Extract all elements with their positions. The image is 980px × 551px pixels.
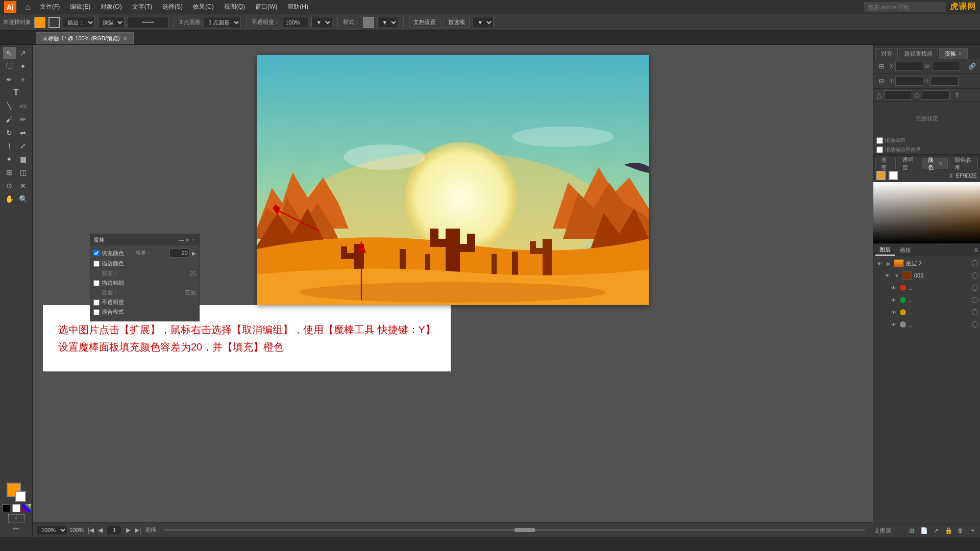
- layer-red-target[interactable]: [972, 285, 978, 291]
- layers-menu-button[interactable]: ≡: [974, 246, 978, 254]
- zoom-select[interactable]: 100%: [37, 525, 67, 535]
- scale-strokes-checkbox[interactable]: [876, 146, 883, 153]
- black-swatch[interactable]: [2, 504, 10, 512]
- color-fg-swatch[interactable]: [876, 171, 886, 180]
- fill-color-swatch[interactable]: [34, 17, 45, 28]
- shear-input[interactable]: [922, 90, 950, 99]
- menu-view[interactable]: 视图(Q): [220, 2, 249, 12]
- opacity-arrow[interactable]: ▼: [311, 17, 332, 28]
- layer-item-red[interactable]: 👁 ...: [873, 282, 980, 294]
- preferences-arrow[interactable]: ▼: [473, 17, 494, 28]
- scale-corners-checkbox[interactable]: [876, 137, 883, 144]
- blend-mode-checkbox[interactable]: [93, 309, 100, 315]
- pen-tool[interactable]: ✒: [3, 73, 16, 86]
- hand-tool[interactable]: ✋: [3, 193, 16, 205]
- lock-button[interactable]: 🔒: [943, 526, 953, 535]
- tab-close-button[interactable]: ✕: [123, 36, 127, 41]
- layer-item-layer2[interactable]: 👁 ▶ 图层 2: [873, 257, 980, 269]
- tab-transparency[interactable]: 透明度: [897, 158, 922, 169]
- search-input[interactable]: [864, 2, 946, 12]
- layer-item-green[interactable]: 👁 ...: [873, 294, 980, 306]
- menu-edit[interactable]: 编辑(E): [66, 2, 94, 12]
- tab-layers[interactable]: 图层: [875, 245, 895, 256]
- symbol-tool[interactable]: ✦: [3, 153, 16, 165]
- lasso-tool[interactable]: 〇: [3, 60, 16, 72]
- width-input[interactable]: [932, 62, 960, 71]
- white-swatch[interactable]: [12, 504, 20, 512]
- mesh-tool[interactable]: ⊞: [3, 166, 16, 179]
- direct-select-tool[interactable]: ↗: [17, 47, 30, 59]
- fill-tolerance-arrow[interactable]: ▶: [192, 251, 196, 256]
- menu-window[interactable]: 窗口(W): [251, 2, 281, 12]
- fill-color-checkbox[interactable]: [93, 250, 100, 256]
- gradient-swatch[interactable]: [22, 504, 31, 512]
- page-input[interactable]: [107, 525, 122, 535]
- layer2-expand[interactable]: ▶: [886, 260, 892, 266]
- more-tools-button[interactable]: •••: [13, 525, 19, 533]
- layer-gray-target[interactable]: [972, 321, 978, 328]
- brush-mode-select[interactable]: 描边：: [63, 17, 95, 28]
- layer003-visibility[interactable]: 👁: [884, 271, 892, 280]
- rect-tool[interactable]: ▭: [17, 100, 30, 112]
- layer003-expand[interactable]: ▼: [894, 272, 900, 279]
- nav-first-button[interactable]: |◀: [88, 527, 94, 534]
- make-clip-button[interactable]: ⊞: [906, 526, 917, 535]
- transform-icon2[interactable]: ⊟: [876, 76, 887, 86]
- transform-icon1[interactable]: ⊞: [876, 61, 887, 71]
- layer-green-visibility[interactable]: 👁: [890, 296, 898, 304]
- layer-yellow-target[interactable]: [972, 309, 978, 315]
- layer-item-yellow[interactable]: 👁 ...: [873, 306, 980, 318]
- magic-wand-tool[interactable]: ✦: [17, 60, 30, 72]
- tab-gradient[interactable]: 渐变: [875, 158, 896, 169]
- layer-red-visibility[interactable]: 👁: [890, 284, 898, 292]
- x-input[interactable]: [895, 62, 923, 71]
- column-graph-tool[interactable]: ▦: [17, 153, 30, 165]
- background-color-swatch[interactable]: [15, 491, 26, 502]
- tab-transform[interactable]: 变换 ✕: [939, 48, 968, 59]
- reflect-tool[interactable]: ⇌: [17, 127, 30, 139]
- none-swatch[interactable]: ✕: [8, 514, 24, 522]
- line-tool[interactable]: ╲: [3, 100, 16, 112]
- artboard[interactable]: ↖: [257, 55, 649, 305]
- scroll-progress[interactable]: [164, 529, 865, 531]
- transform-tab-close[interactable]: ✕: [958, 51, 962, 57]
- color-bg-swatch[interactable]: [889, 171, 898, 180]
- menu-object[interactable]: 对象(O): [96, 2, 126, 12]
- nav-prev-button[interactable]: ◀: [98, 527, 103, 534]
- pencil-tool[interactable]: ✏: [17, 113, 30, 126]
- style-swatch[interactable]: [363, 17, 374, 28]
- layer-gray-visibility[interactable]: 👁: [890, 320, 898, 329]
- scroll-thumb[interactable]: [514, 528, 535, 532]
- menu-type[interactable]: 文字(T): [128, 2, 156, 12]
- menu-select[interactable]: 选择(S): [158, 2, 187, 12]
- select-tool[interactable]: ↖: [3, 47, 16, 59]
- more-icon[interactable]: ≡: [952, 90, 962, 100]
- tab-pathfinder[interactable]: 路径查找器: [899, 48, 938, 59]
- preferences-button[interactable]: 首选项: [444, 17, 470, 28]
- style-select[interactable]: ▼: [377, 17, 398, 28]
- add-layer-button[interactable]: +: [968, 526, 978, 535]
- free-transform-tool[interactable]: ⤢: [17, 140, 30, 152]
- tab-color[interactable]: 颜色 ✕: [922, 158, 947, 169]
- brush-size-select[interactable]: 3 点圆形: [204, 17, 241, 28]
- layer2-target[interactable]: [972, 260, 978, 266]
- tab-artboards[interactable]: 画板: [896, 245, 915, 255]
- document-tab[interactable]: 未标题-1* @ 100% (RGB/预览) ✕: [36, 32, 134, 44]
- layer-item-gray[interactable]: 👁 ...: [873, 318, 980, 331]
- nav-last-button[interactable]: ▶|: [135, 527, 141, 534]
- measure-tool[interactable]: ✕: [17, 180, 30, 192]
- gradient-tool[interactable]: ◫: [17, 166, 30, 179]
- zoom-tool[interactable]: 🔍: [17, 193, 30, 205]
- nav-next-button[interactable]: ▶: [126, 527, 131, 534]
- color-tab-close[interactable]: ✕: [938, 161, 942, 166]
- color-picker[interactable]: [873, 182, 980, 243]
- add-anchor-tool[interactable]: +: [17, 73, 30, 86]
- delete-layer-button[interactable]: 🗑: [955, 526, 966, 535]
- fill-tolerance-input[interactable]: [169, 248, 190, 258]
- opacity-input[interactable]: [283, 17, 308, 28]
- rotate-tool[interactable]: ↻: [3, 127, 16, 139]
- panel-close-button[interactable]: ✕: [185, 237, 190, 242]
- paintbrush-tool[interactable]: 🖌: [3, 113, 16, 126]
- eyedropper-tool[interactable]: ⊙: [3, 180, 16, 192]
- menu-file[interactable]: 文件(F): [36, 2, 64, 12]
